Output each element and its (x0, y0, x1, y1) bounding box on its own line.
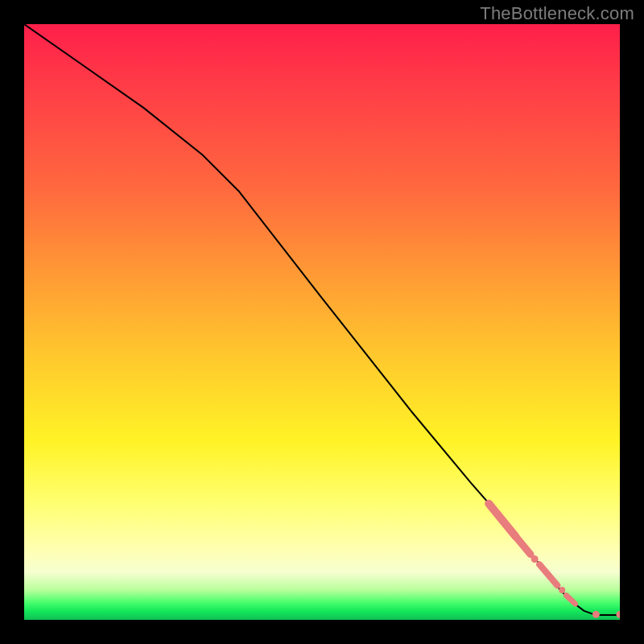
marker-capsule (566, 596, 575, 604)
marker-dot (592, 611, 600, 618)
marker-dot (617, 611, 621, 618)
chart-svg (24, 24, 620, 620)
marker-dot (559, 587, 565, 593)
watermark-text: TheBottleneck.com (480, 3, 634, 24)
marker-dot (531, 555, 539, 563)
data-markers (489, 504, 620, 618)
marker-capsule (539, 564, 557, 585)
chart-frame: TheBottleneck.com (0, 0, 644, 644)
plot-area (24, 24, 620, 620)
marker-capsule (516, 536, 531, 554)
marker-capsule (489, 504, 515, 537)
bottleneck-curve (24, 24, 620, 615)
